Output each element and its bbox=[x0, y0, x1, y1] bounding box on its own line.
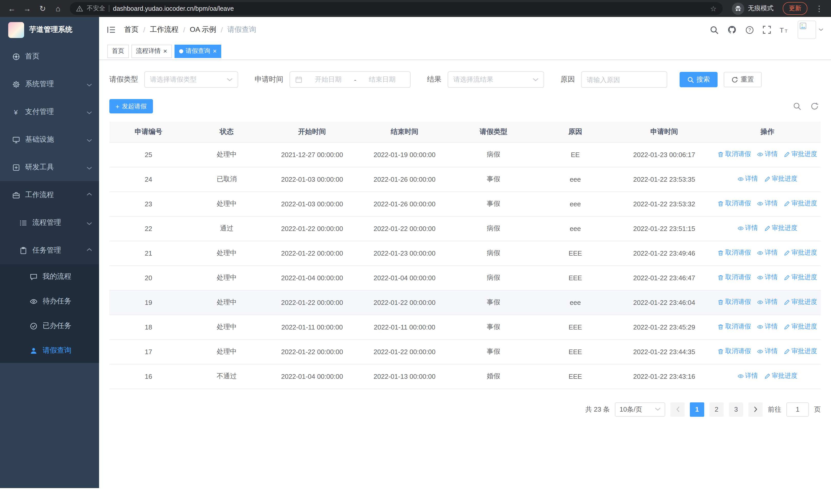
tab-home[interactable]: 首页 bbox=[107, 45, 129, 58]
result-select[interactable]: 请选择流结果 bbox=[448, 71, 544, 88]
row-action-cancel[interactable]: 取消请假 bbox=[718, 323, 751, 331]
browser-forward-icon[interactable]: → bbox=[21, 2, 34, 15]
security-warning-label[interactable]: 不安全 bbox=[87, 4, 105, 13]
search-icon[interactable] bbox=[710, 25, 719, 34]
row-action-cancel[interactable]: 取消请假 bbox=[718, 298, 751, 307]
address-divider bbox=[109, 5, 109, 12]
url-text[interactable]: dashboard.yudao.iocoder.cn/bpm/oa/leave bbox=[113, 5, 234, 12]
row-action-progress[interactable]: 审批进度 bbox=[764, 224, 797, 233]
sidebar-item-task-mgmt[interactable]: 任务管理 bbox=[0, 237, 99, 264]
fullscreen-icon[interactable] bbox=[763, 26, 771, 34]
refresh-table-icon[interactable] bbox=[810, 102, 819, 110]
close-icon[interactable]: × bbox=[213, 48, 217, 54]
sidebar-item-todo-tasks[interactable]: 待办任务 bbox=[0, 289, 99, 314]
sidebar-item-home[interactable]: 首页 bbox=[0, 42, 99, 70]
row-action-cancel[interactable]: 取消请假 bbox=[718, 347, 751, 356]
apply-time-range-picker[interactable]: 开始日期 - 结束日期 bbox=[289, 71, 411, 88]
sidebar-toggle-icon[interactable] bbox=[107, 26, 116, 34]
row-action-cancel[interactable]: 取消请假 bbox=[718, 273, 751, 282]
browser-home-icon[interactable]: ⌂ bbox=[51, 2, 65, 15]
start-date-input[interactable]: 开始日期 bbox=[306, 75, 351, 84]
avatar[interactable] bbox=[798, 21, 816, 39]
row-action-detail[interactable]: 详情 bbox=[757, 273, 778, 282]
sidebar-item-done-tasks[interactable]: 已办任务 bbox=[0, 314, 99, 338]
breadcrumb-home[interactable]: 首页 bbox=[124, 25, 139, 34]
sidebar-item-leave-query[interactable]: 请假查询 bbox=[0, 338, 99, 363]
row-action-detail[interactable]: 详情 bbox=[737, 224, 758, 233]
leave-type-select[interactable]: 请选择请假类型 bbox=[144, 71, 238, 88]
table-body: 25处理中2021-12-27 00:00:002022-01-19 00:00… bbox=[109, 142, 821, 388]
table-row: 21处理中2022-01-22 00:00:002022-01-23 00:00… bbox=[109, 241, 821, 265]
refresh-icon bbox=[732, 76, 738, 83]
sidebar-item-workflow[interactable]: 工作流程 bbox=[0, 181, 99, 209]
browser-back-icon[interactable]: ← bbox=[5, 2, 19, 15]
table-cell: 2022-01-22 00:00:00 bbox=[358, 290, 451, 315]
sidebar: 芋道管理系统 首页 系统管理 ¥ 支付管理 基础设施 bbox=[0, 17, 99, 488]
reset-button[interactable]: 重置 bbox=[724, 72, 762, 87]
table-cell: 婚假 bbox=[451, 364, 536, 388]
table-cell: EEE bbox=[536, 339, 614, 364]
row-action-detail[interactable]: 详情 bbox=[757, 150, 778, 159]
page-size-select[interactable]: 10条/页 bbox=[615, 402, 665, 416]
tab-process-detail[interactable]: 流程详情 × bbox=[132, 45, 172, 58]
prev-page-button[interactable] bbox=[670, 402, 685, 416]
close-icon[interactable]: × bbox=[163, 48, 167, 54]
sidebar-item-payment-mgmt[interactable]: ¥ 支付管理 bbox=[0, 98, 99, 126]
table-row: 22通过2022-01-22 00:00:002022-01-22 00:00:… bbox=[109, 216, 821, 241]
toggle-search-icon[interactable] bbox=[793, 102, 801, 110]
github-icon[interactable] bbox=[727, 25, 737, 34]
eye-icon bbox=[737, 225, 744, 232]
search-button[interactable]: 搜索 bbox=[680, 72, 718, 87]
tab-leave-query[interactable]: 请假查询 × bbox=[174, 45, 221, 58]
address-bar[interactable]: 不安全 dashboard.yudao.iocoder.cn/bpm/oa/le… bbox=[70, 2, 723, 15]
end-date-input[interactable]: 结束日期 bbox=[359, 75, 405, 84]
row-action-cancel[interactable]: 取消请假 bbox=[718, 199, 751, 208]
browser-menu-icon[interactable]: ⋮ bbox=[812, 2, 826, 15]
row-action-cancel[interactable]: 取消请假 bbox=[718, 150, 751, 159]
row-action-detail[interactable]: 详情 bbox=[757, 347, 778, 356]
goto-page-input[interactable] bbox=[786, 402, 809, 416]
row-action-detail[interactable]: 详情 bbox=[737, 372, 758, 381]
row-action-progress[interactable]: 审批进度 bbox=[764, 175, 797, 183]
row-action-progress[interactable]: 审批进度 bbox=[784, 347, 817, 356]
navbar-tools: ? TT bbox=[710, 21, 823, 39]
row-action-progress[interactable]: 审批进度 bbox=[764, 372, 797, 381]
row-action-progress[interactable]: 审批进度 bbox=[784, 249, 817, 257]
update-button[interactable]: 更新 bbox=[783, 2, 807, 15]
sidebar-item-dev-tools[interactable]: 研发工具 bbox=[0, 153, 99, 181]
page-button-3[interactable]: 3 bbox=[729, 402, 743, 416]
help-icon[interactable]: ? bbox=[745, 25, 754, 34]
sidebar-item-system-mgmt[interactable]: 系统管理 bbox=[0, 70, 99, 98]
row-action-detail[interactable]: 详情 bbox=[757, 249, 778, 257]
browser-reload-icon[interactable]: ↻ bbox=[36, 2, 49, 15]
breadcrumb-separator: / bbox=[143, 26, 145, 34]
chevron-down-icon bbox=[227, 78, 232, 81]
row-action-detail[interactable]: 详情 bbox=[757, 323, 778, 331]
bookmark-star-icon[interactable]: ☆ bbox=[710, 4, 717, 12]
breadcrumb-workflow[interactable]: 工作流程 bbox=[150, 25, 179, 34]
row-action-progress[interactable]: 审批进度 bbox=[784, 298, 817, 307]
sidebar-item-infrastructure[interactable]: 基础设施 bbox=[0, 126, 99, 153]
next-page-button[interactable] bbox=[748, 402, 763, 416]
sidebar-item-process-mgmt[interactable]: 流程管理 bbox=[0, 209, 99, 237]
row-action-cancel[interactable]: 取消请假 bbox=[718, 249, 751, 257]
breadcrumb-oa-example[interactable]: OA 示例 bbox=[190, 25, 216, 34]
table-cell: eee bbox=[536, 290, 614, 315]
yen-icon: ¥ bbox=[12, 108, 20, 116]
table-cell: 2022-01-13 00:00:00 bbox=[358, 364, 451, 388]
row-action-detail[interactable]: 详情 bbox=[737, 175, 758, 183]
reason-input[interactable] bbox=[581, 71, 667, 88]
font-size-icon[interactable]: TT bbox=[780, 26, 789, 34]
row-action-detail[interactable]: 详情 bbox=[757, 199, 778, 208]
row-action-progress[interactable]: 审批进度 bbox=[784, 199, 817, 208]
sidebar-item-my-process[interactable]: 我的流程 bbox=[0, 264, 99, 289]
create-leave-button[interactable]: + 发起请假 bbox=[109, 99, 153, 113]
page-button-2[interactable]: 2 bbox=[709, 402, 724, 416]
row-action-progress[interactable]: 审批进度 bbox=[784, 150, 817, 159]
row-action-detail[interactable]: 详情 bbox=[757, 298, 778, 307]
tags-view: 首页 流程详情 × 请假查询 × bbox=[99, 42, 831, 60]
page-button-1[interactable]: 1 bbox=[690, 402, 704, 416]
user-menu[interactable] bbox=[798, 21, 823, 39]
row-action-progress[interactable]: 审批进度 bbox=[784, 273, 817, 282]
row-action-progress[interactable]: 审批进度 bbox=[784, 323, 817, 331]
